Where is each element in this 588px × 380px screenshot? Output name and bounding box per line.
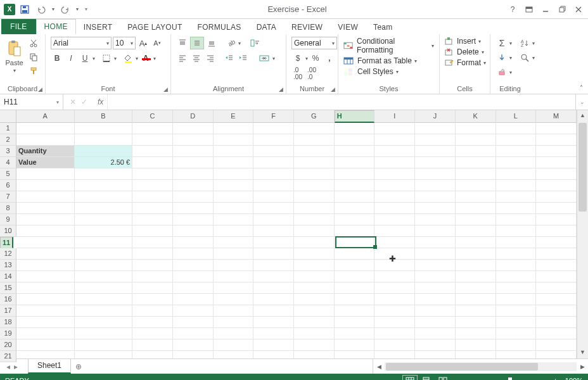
alignment-launcher[interactable]: ◢ (279, 86, 283, 92)
cell-D19[interactable] (173, 328, 214, 339)
cell-M10[interactable] (536, 225, 577, 237)
normal-view-icon[interactable] (402, 375, 418, 380)
cell-D17[interactable] (173, 305, 214, 317)
cell-M13[interactable] (536, 260, 577, 271)
cell-G11[interactable] (294, 237, 335, 248)
cell-L3[interactable] (496, 146, 537, 157)
cell-D12[interactable] (173, 248, 214, 260)
cell-G17[interactable] (294, 305, 335, 317)
cell-G21[interactable] (294, 351, 335, 358)
cell-J7[interactable] (415, 191, 456, 203)
cell-J14[interactable] (415, 271, 456, 282)
cell-E10[interactable] (214, 225, 254, 237)
clear-icon[interactable] (495, 66, 508, 79)
cell-J13[interactable] (415, 260, 456, 271)
decrease-indent-icon[interactable] (223, 52, 236, 65)
underline-dropdown[interactable]: ▾ (93, 56, 95, 61)
cell-I13[interactable] (374, 260, 415, 271)
cell-G10[interactable] (294, 225, 335, 237)
align-middle-icon[interactable] (190, 37, 204, 49)
cell-J1[interactable] (415, 123, 456, 134)
cell-H17[interactable] (335, 305, 375, 317)
cell-F21[interactable] (253, 351, 294, 358)
cell-L7[interactable] (496, 191, 537, 203)
cell-A13[interactable] (16, 260, 75, 271)
cell-D1[interactable] (173, 123, 214, 134)
column-header-B[interactable]: B (75, 110, 133, 123)
tab-view[interactable]: VIEW (330, 20, 366, 34)
cell-G9[interactable] (294, 214, 335, 225)
cell-G16[interactable] (294, 294, 335, 305)
cell-L10[interactable] (496, 225, 537, 237)
cell-F13[interactable] (253, 260, 294, 271)
cell-F18[interactable] (253, 317, 294, 328)
cell-K5[interactable] (456, 168, 496, 180)
cell-J16[interactable] (415, 294, 456, 305)
cell-H16[interactable] (335, 294, 375, 305)
zoom-in-icon[interactable]: + (553, 377, 557, 380)
tab-file[interactable]: FILE (1, 19, 36, 34)
cell-G12[interactable] (294, 248, 335, 260)
wrap-text-icon[interactable] (248, 37, 262, 49)
cell-E19[interactable] (214, 328, 254, 339)
cell-K21[interactable] (456, 351, 496, 358)
cell-K7[interactable] (456, 191, 496, 203)
cell-D14[interactable] (173, 271, 214, 282)
paste-button[interactable]: Paste ▾ (5, 37, 23, 75)
column-header-E[interactable]: E (214, 110, 254, 123)
zoom-out-icon[interactable]: − (457, 377, 461, 380)
cell-L1[interactable] (496, 123, 537, 134)
cell-A16[interactable] (16, 294, 75, 305)
cell-J11[interactable] (415, 237, 456, 248)
cell-G2[interactable] (294, 134, 335, 146)
cell-B16[interactable] (75, 294, 133, 305)
cell-C7[interactable] (132, 191, 173, 203)
cell-F10[interactable] (253, 225, 294, 237)
cell-I5[interactable] (374, 168, 415, 180)
cell-M18[interactable] (536, 317, 577, 328)
cell-K9[interactable] (456, 214, 496, 225)
cell-C5[interactable] (132, 168, 173, 180)
cell-B4[interactable]: 2.50 € (75, 157, 133, 168)
cell-F9[interactable] (253, 214, 294, 225)
enter-formula-icon[interactable]: ✓ (81, 98, 87, 106)
cell-A7[interactable] (16, 191, 75, 203)
redo-dropdown[interactable]: ▾ (76, 6, 79, 12)
number-format-select[interactable]: General▾ (291, 37, 337, 49)
cell-F19[interactable] (253, 328, 294, 339)
cell-G4[interactable] (294, 157, 335, 168)
increase-font-icon[interactable]: A▴ (137, 37, 150, 49)
autosum-dropdown[interactable]: ▾ (509, 41, 512, 46)
cut-icon[interactable] (27, 37, 40, 49)
comma-format-icon[interactable]: , (323, 52, 336, 65)
cell-H15[interactable] (335, 282, 375, 294)
cell-C19[interactable] (132, 328, 173, 339)
row-header-12[interactable]: 12 (0, 248, 16, 260)
cell-I19[interactable] (374, 328, 415, 339)
cell-A5[interactable] (16, 168, 75, 180)
scroll-up-icon[interactable]: ▲ (577, 110, 588, 122)
row-header-8[interactable]: 8 (0, 203, 16, 214)
cell-I20[interactable] (374, 339, 415, 351)
decrease-font-icon[interactable]: A▾ (151, 37, 163, 49)
cell-K16[interactable] (456, 294, 496, 305)
cell-I10[interactable] (374, 225, 415, 237)
row-header-15[interactable]: 15 (0, 282, 16, 294)
cell-E21[interactable] (214, 351, 254, 358)
cell-J20[interactable] (415, 339, 456, 351)
cell-E4[interactable] (214, 157, 254, 168)
cell-E13[interactable] (214, 260, 254, 271)
vertical-scrollbar[interactable]: ▲ ▼ (577, 110, 588, 358)
horizontal-scrollbar[interactable]: ◀ ▶ (373, 359, 588, 374)
cell-B3[interactable] (75, 146, 133, 157)
cell-G19[interactable] (294, 328, 335, 339)
cell-E14[interactable] (214, 271, 254, 282)
cell-H14[interactable] (335, 271, 375, 282)
tab-home[interactable]: HOME (36, 19, 76, 34)
cell-C15[interactable] (132, 282, 173, 294)
cell-M6[interactable] (536, 180, 577, 191)
cell-K6[interactable] (456, 180, 496, 191)
page-break-view-icon[interactable] (435, 375, 451, 380)
cell-I9[interactable] (374, 214, 415, 225)
cell-A21[interactable] (16, 351, 75, 358)
